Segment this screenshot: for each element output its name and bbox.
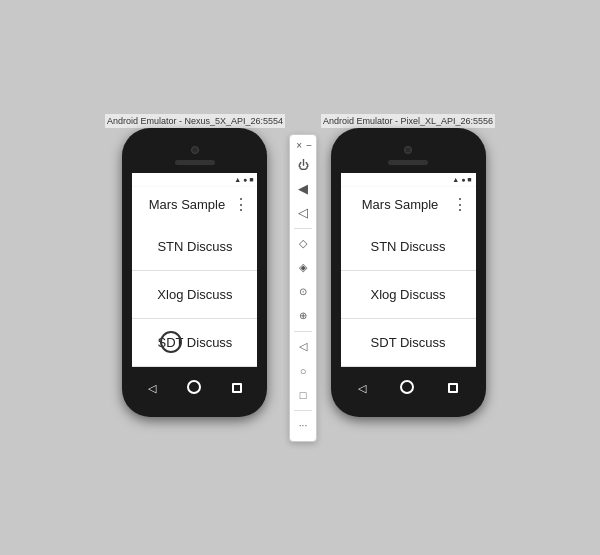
right-camera [404,146,412,154]
right-status-bar: ▲ ● ■ [341,173,476,187]
toolbar-divider-1 [294,228,312,229]
toolbar-zoom-button[interactable]: ⊕ [292,305,314,327]
toolbar-volume-up-button[interactable]: ◀ [292,178,314,200]
left-camera [191,146,199,154]
right-phone-shell: ▲ ● ■ Mars Sample ⋮ STN Discuss Xlog Dis… [331,128,486,417]
left-home-button[interactable] [187,380,201,397]
left-list-item-1[interactable]: Xlog Discuss [132,271,257,319]
left-list-item-2[interactable]: SDT Discuss [132,319,257,367]
right-app-bar: Mars Sample ⋮ [341,187,476,223]
toolbar-volume-down-button[interactable]: ◁ [292,202,314,224]
right-back-button[interactable]: ◁ [358,382,366,395]
left-emulator: Android Emulator - Nexus_5X_API_26:5554 … [105,114,285,417]
toolbar-overview-button[interactable]: □ [292,384,314,406]
right-status-icons: ▲ ● ■ [452,176,471,183]
right-list-item-text-1: Xlog Discuss [370,287,445,302]
right-speaker [388,160,428,165]
left-list-item-text-2: SDT Discuss [157,335,232,350]
right-emulator: Android Emulator - Pixel_XL_API_26:5556 … [321,114,495,417]
left-list: STN Discuss Xlog Discuss SDT Discuss [132,223,257,367]
right-recent-button[interactable] [448,382,458,396]
right-list: STN Discuss Xlog Discuss SDT Discuss [341,223,476,367]
left-list-item-text-1: Xlog Discuss [157,287,232,302]
toolbar-close-button[interactable]: × [296,140,302,151]
left-status-bar: ▲ ● ■ [132,173,257,187]
right-home-icon [400,380,414,394]
toolbar-divider-3 [294,410,312,411]
toolbar-divider-2 [294,331,312,332]
toolbar-close-row: × − [292,139,314,152]
emulator-toolbar: × − ⏻ ◀ ◁ ◇ ◈ ⊙ ⊕ ◁ ○ □ ··· [289,134,317,442]
left-status-icons: ▲ ● ■ [234,176,253,183]
toolbar-rotate-button[interactable]: ◇ [292,233,314,255]
toolbar-power-button[interactable]: ⏻ [292,154,314,176]
left-screen: ▲ ● ■ Mars Sample ⋮ STN Discuss Xlog Dis… [132,173,257,367]
left-list-item-0[interactable]: STN Discuss [132,223,257,271]
toolbar-more-button[interactable]: ··· [292,415,314,437]
left-phone-shell: ▲ ● ■ Mars Sample ⋮ STN Discuss Xlog Dis… [122,128,267,417]
left-app-title: Mars Sample [140,197,233,212]
right-recent-icon [448,383,458,393]
toolbar-fold-button[interactable]: ◈ [292,257,314,279]
right-screen: ▲ ● ■ Mars Sample ⋮ STN Discuss Xlog Dis… [341,173,476,367]
left-recent-icon [232,383,242,393]
left-speaker [175,160,215,165]
toolbar-back-button[interactable]: ◁ [292,336,314,358]
right-app-title: Mars Sample [349,197,452,212]
left-app-bar: Mars Sample ⋮ [132,187,257,223]
left-more-button[interactable]: ⋮ [233,195,249,214]
right-more-button[interactable]: ⋮ [452,195,468,214]
left-back-button[interactable]: ◁ [148,382,156,395]
toolbar-min-button[interactable]: − [306,140,312,151]
right-list-item-0[interactable]: STN Discuss [341,223,476,271]
right-nav-bar: ◁ [341,375,476,403]
right-list-item-2[interactable]: SDT Discuss [341,319,476,367]
right-list-item-text-0: STN Discuss [370,239,445,254]
right-list-item-1[interactable]: Xlog Discuss [341,271,476,319]
left-list-item-text-0: STN Discuss [157,239,232,254]
right-title-bar: Android Emulator - Pixel_XL_API_26:5556 [321,114,495,128]
toolbar-screenshot-button[interactable]: ⊙ [292,281,314,303]
toolbar-home-button[interactable]: ○ [292,360,314,382]
left-recent-button[interactable] [232,382,242,396]
left-nav-bar: ◁ [132,375,257,403]
right-list-item-text-2: SDT Discuss [371,335,446,350]
left-title-bar: Android Emulator - Nexus_5X_API_26:5554 [105,114,285,128]
right-home-button[interactable] [400,380,414,397]
left-home-icon [187,380,201,394]
